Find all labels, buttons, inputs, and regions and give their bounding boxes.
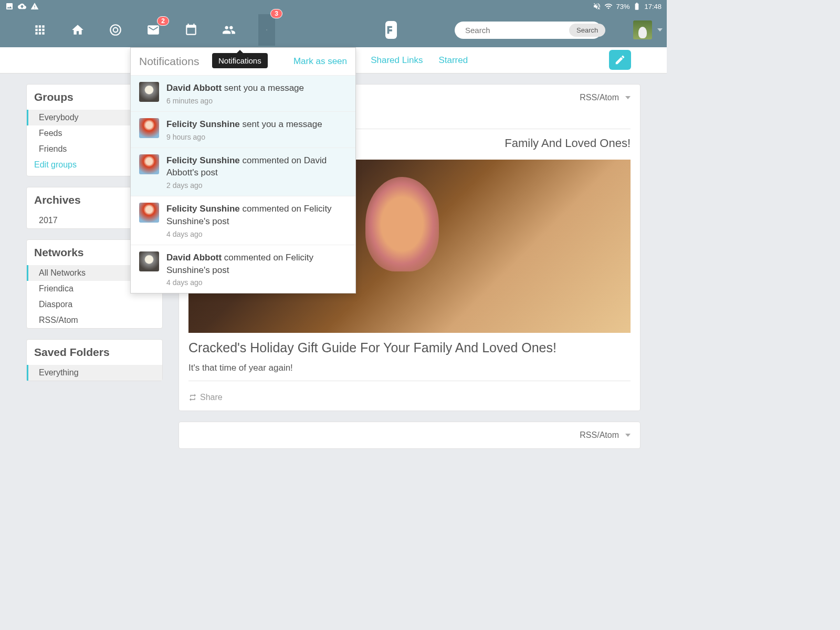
post-source: RSS/Atom: [580, 93, 619, 102]
friends-icon: [222, 23, 236, 37]
notification-time: 4 days ago: [166, 278, 347, 287]
mute-icon: [593, 2, 601, 10]
notification-item[interactable]: Felicity Sunshine commented on Felicity …: [131, 196, 355, 245]
network-diaspora[interactable]: Diaspora: [27, 297, 162, 312]
retweet-icon: [188, 393, 197, 402]
calendar-button[interactable]: [183, 22, 200, 38]
notification-time: 6 minutes ago: [166, 97, 347, 105]
cloud-upload-icon: [18, 2, 26, 10]
home-icon: [71, 23, 85, 37]
chevron-down-icon[interactable]: [625, 434, 631, 437]
app-logo[interactable]: [385, 21, 397, 39]
notification-avatar: [139, 82, 159, 102]
home-button[interactable]: [69, 22, 86, 38]
search-button[interactable]: Search: [569, 24, 605, 37]
grid-icon: [33, 23, 47, 37]
battery-text: 73%: [616, 3, 629, 10]
compose-button[interactable]: [609, 50, 631, 70]
notifications-title: Notifications: [139, 55, 199, 68]
top-nav: 2 3 Search: [0, 13, 667, 47]
alert-icon: [266, 23, 267, 37]
chevron-down-icon: [657, 28, 663, 32]
notification-avatar: [139, 203, 159, 223]
svg-point-0: [110, 25, 121, 35]
notification-text: Felicity Sunshine sent you a message: [166, 118, 347, 131]
target-button[interactable]: [107, 22, 124, 38]
notification-time: 2 days ago: [166, 181, 347, 190]
notification-avatar: [139, 118, 159, 138]
warning-icon: [30, 2, 39, 10]
logo-icon: [385, 24, 397, 36]
user-menu[interactable]: [633, 20, 663, 39]
envelope-icon: [146, 23, 160, 37]
notification-item[interactable]: Felicity Sunshine sent you a message 9 h…: [131, 111, 355, 148]
feed-card: RSS/Atom: [178, 422, 640, 449]
search-input[interactable]: [461, 24, 569, 37]
divider: [188, 381, 631, 381]
android-status-bar: 73% 17:48: [0, 0, 667, 13]
post-source: RSS/Atom: [580, 430, 619, 440]
pencil-icon: [614, 54, 626, 66]
saved-title: Saved Folders: [27, 340, 162, 365]
notification-item[interactable]: David Abbott sent you a message 6 minute…: [131, 75, 355, 111]
messages-button[interactable]: 2: [145, 22, 162, 38]
post-title[interactable]: Cracked's Holiday Gift Guide For Your Fa…: [188, 340, 631, 355]
messages-badge: 2: [157, 16, 169, 26]
tab-starred[interactable]: Starred: [438, 55, 468, 66]
tab-shared-links[interactable]: Shared Links: [371, 55, 423, 66]
calendar-icon: [184, 23, 198, 37]
notifications-button[interactable]: 3: [258, 14, 275, 46]
notification-text: Felicity Sunshine commented on Felicity …: [166, 203, 347, 228]
search-box[interactable]: Search: [455, 22, 602, 39]
clock-text: 17:48: [644, 3, 662, 10]
notification-text: Felicity Sunshine commented on David Abb…: [166, 154, 347, 180]
battery-icon: [633, 2, 641, 10]
notification-avatar: [139, 251, 159, 271]
notification-text: David Abbott sent you a message: [166, 82, 347, 94]
notification-time: 9 hours ago: [166, 133, 347, 141]
target-icon: [109, 23, 122, 37]
wifi-icon: [604, 2, 613, 10]
user-avatar: [633, 20, 652, 39]
notification-item[interactable]: David Abbott commented on Felicity Sunsh…: [131, 245, 355, 293]
notification-text: David Abbott commented on Felicity Sunsh…: [166, 251, 347, 277]
notifications-dropdown: Notifications Notifications Mark as seen…: [130, 47, 356, 293]
svg-point-1: [113, 28, 118, 33]
notification-item[interactable]: Felicity Sunshine commented on David Abb…: [131, 148, 355, 196]
chevron-down-icon[interactable]: [625, 96, 631, 99]
apps-button[interactable]: [32, 22, 48, 38]
notifications-list: David Abbott sent you a message 6 minute…: [131, 75, 355, 293]
notification-time: 4 days ago: [166, 230, 347, 238]
network-rss[interactable]: RSS/Atom: [27, 312, 162, 328]
notification-avatar: [139, 154, 159, 174]
saved-folders-panel: Saved Folders Everything: [26, 339, 163, 381]
share-button[interactable]: Share: [188, 386, 631, 402]
notifications-tooltip: Notifications: [212, 53, 268, 68]
saved-everything[interactable]: Everything: [27, 365, 162, 381]
notifications-badge: 3: [270, 9, 282, 18]
image-icon: [5, 2, 14, 10]
post-body: It's that time of year again!: [188, 363, 631, 373]
mark-as-seen-link[interactable]: Mark as seen: [293, 56, 347, 67]
friends-button[interactable]: [220, 22, 237, 38]
